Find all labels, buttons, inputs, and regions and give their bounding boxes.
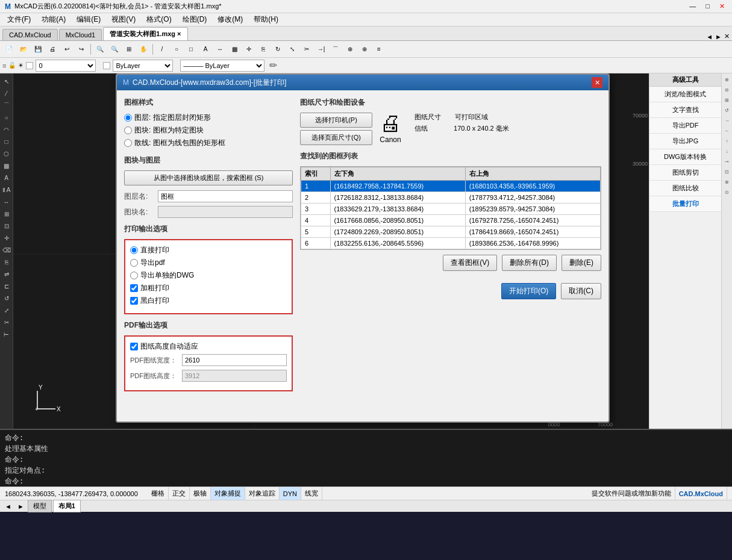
toolbar-zoom-out[interactable]: 🔍 [108,43,121,56]
right-btn-batch-print[interactable]: 批量打印 [649,196,721,212]
status-osnap[interactable]: 对象捕捉 [211,487,245,500]
tool-trim2[interactable]: ✂ [1,317,12,328]
tool-extend2[interactable]: ⊢ [1,329,12,340]
menu-modify[interactable]: 修改(M) [213,13,248,26]
tool-move[interactable]: ✛ [1,232,12,243]
tab-cad-mxcloud[interactable]: CAD.MxCloud [2,29,58,40]
tool-erase[interactable]: ⌫ [1,244,12,255]
checkbox-bold-print[interactable]: 加粗打印 [130,283,287,293]
radio-export-dwg-input[interactable] [130,272,138,279]
radio-layer[interactable]: 图层: 指定图层封闭矩形 [124,113,293,123]
tool-rect[interactable]: □ [1,136,12,147]
layout-scroll-left[interactable]: ◄ [2,503,14,510]
layer-name-input[interactable] [158,190,293,202]
far-right-btn-5[interactable]: → [722,116,732,125]
tool-select[interactable]: ↖ [1,76,12,87]
toolbar-pan[interactable]: ✋ [137,43,150,56]
radio-block[interactable]: 图块: 图框为特定图块 [124,125,293,135]
status-ortho[interactable]: 正交 [169,487,190,500]
color-select[interactable] [103,62,110,69]
table-row[interactable]: 3 (1833629.2179,-138133.8684) (1895239.8… [301,204,601,215]
tool-copy2[interactable]: ⎘ [1,257,12,267]
menu-func[interactable]: 功能(A) [37,13,70,26]
toolbar-undo[interactable]: ↩ [60,43,74,56]
tab-active-file[interactable]: 管道安装大样图1.mxg × [103,27,187,40]
tab-layout1[interactable]: 布局1 [53,500,81,512]
checkbox-bw-print[interactable]: 黑白打印 [130,296,287,306]
canvas-area[interactable]: Y X + 70000 30000 0000 70000 M CAD.MxClo… [13,73,649,429]
tool-polygon[interactable]: ⬡ [1,148,12,159]
right-btn-export-jpg[interactable]: 导出JPG [649,134,721,149]
tool-scale2[interactable]: ⤢ [1,305,12,316]
cancel-btn[interactable]: 取消(C) [561,283,601,299]
checkbox-auto-height[interactable]: 图纸高度自动适应 [130,341,287,352]
start-print-btn[interactable]: 开始打印(O) [501,283,556,299]
right-btn-text-search[interactable]: 文字查找 [649,102,721,118]
color-select-dropdown[interactable]: ByLayer [113,60,173,72]
tool-pline[interactable]: ⌒ [1,100,12,111]
far-right-btn-6[interactable]: ← [722,126,732,135]
toolbar-zoom-fit[interactable]: ⊞ [122,43,136,56]
toolbar-redo[interactable]: ↪ [75,43,88,56]
toolbar-move[interactable]: ✛ [242,43,255,56]
toolbar-zoom-in[interactable]: 🔍 [93,43,107,56]
far-right-btn-4[interactable]: ↺ [722,105,732,115]
tool-mirror[interactable]: ⇌ [1,269,12,279]
toolbar-line[interactable]: / [155,43,169,56]
far-right-btn-1[interactable]: ⊕ [722,75,732,84]
close-btn[interactable]: ✕ [717,2,727,10]
tool-block[interactable]: ⊞ [1,208,12,219]
table-row[interactable]: 5 (1724809.2269,-208950.8051) (1786419.8… [301,226,601,238]
layer-select[interactable]: 0 [36,60,96,72]
far-right-btn-12[interactable]: ⊙ [722,187,732,197]
search-frame-btn[interactable]: 从图中选择图块或图层，搜索图框 (S) [124,170,293,185]
select-printer-btn[interactable]: 选择打印机(P) [300,113,372,128]
toolbar-open[interactable]: 📂 [17,43,30,56]
tab-model[interactable]: 模型 [28,500,52,512]
right-btn-compare[interactable]: 图纸比较 [649,181,721,196]
menu-file[interactable]: 文件(F) [2,13,36,26]
toolbar-save[interactable]: 💾 [31,43,45,56]
status-otrack[interactable]: 对象追踪 [245,487,280,500]
far-right-btn-8[interactable]: ↓ [722,146,732,156]
minimize-btn[interactable]: — [687,2,698,10]
status-dyn[interactable]: DYN [280,487,301,500]
checkbox-auto-height-input[interactable] [130,343,138,350]
toolbar-dim[interactable]: ↔ [213,43,227,56]
checkbox-bw-print-input[interactable] [130,297,138,305]
table-row[interactable]: 2 (1726182.8312,-138133.8684) (1787793.4… [301,192,601,204]
maximize-btn[interactable]: □ [703,2,712,10]
radio-export-dwg[interactable]: 导出单独的DWG [130,270,287,281]
radio-direct-print-input[interactable] [130,246,138,254]
toolbar-more2[interactable]: ⊕ [358,43,371,56]
toolbar-extend[interactable]: →| [314,43,328,56]
pdf-height-input[interactable] [182,370,287,382]
far-right-btn-3[interactable]: ⊞ [722,95,732,105]
toolbar-trim[interactable]: ✂ [300,43,313,56]
far-right-btn-10[interactable]: ⊡ [722,167,732,176]
checkbox-bold-print-input[interactable] [130,284,138,292]
radio-direct-print[interactable]: 直接打印 [130,245,287,255]
table-row[interactable]: 4 (1617668.0856,-208950.8051) (1679278.7… [301,215,601,226]
tool-circle[interactable]: ○ [1,112,12,123]
toolbar-circle[interactable]: ○ [170,43,183,56]
table-row[interactable]: 1 (1618492.7958,-137841.7559) (1680103.4… [301,181,601,192]
tool-text[interactable]: A [1,172,12,183]
far-right-btn-2[interactable]: ⊖ [722,85,732,95]
linetype-edit-icon[interactable]: ✏ [269,60,277,71]
status-brand[interactable]: CAD.MxCloud [675,487,727,500]
radio-block-input[interactable] [124,126,132,134]
right-btn-clip[interactable]: 图纸剪切 [649,165,721,181]
status-lineweight[interactable]: 线宽 [301,487,322,500]
toolbar-rotate[interactable]: ↻ [271,43,284,56]
right-btn-browse[interactable]: 浏览/绘图模式 [649,87,721,102]
radio-export-pdf-input[interactable] [130,259,138,267]
status-feedback[interactable]: 提交软件问题或增加新功能 [588,487,675,500]
tab-mxcloud1[interactable]: MxCloud1 [59,29,102,40]
toolbar-print[interactable]: 🖨 [46,43,59,56]
tab-close-icon[interactable]: ✕ [724,33,730,40]
tool-arc[interactable]: ◠ [1,124,12,135]
linetype-select[interactable]: ——— ByLayer [180,60,264,72]
menu-format[interactable]: 格式(O) [142,13,176,26]
far-right-btn-7[interactable]: ↑ [722,136,732,146]
